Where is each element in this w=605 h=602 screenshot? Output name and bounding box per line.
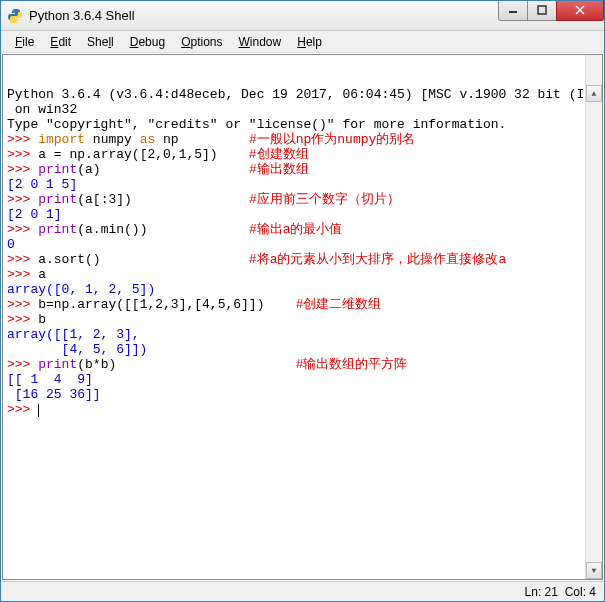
shell-line: array([[1, 2, 3], [7,327,598,342]
shell-line: >>> print(a.min()) #输出a的最小值 [7,222,598,237]
menu-edit[interactable]: Edit [42,33,79,51]
maximize-button[interactable] [527,1,557,21]
menu-window[interactable]: Window [231,33,290,51]
window-controls [499,1,604,21]
shell-line: >>> [7,402,598,417]
menu-debug[interactable]: Debug [122,33,173,51]
menu-help[interactable]: Help [289,33,330,51]
svg-rect-1 [538,6,546,14]
shell-line: >>> b=np.array([[1,2,3],[4,5,6]]) #创建二维数… [7,297,598,312]
scroll-down-button[interactable]: ▼ [586,562,602,579]
status-col: Col: 4 [565,585,596,599]
shell-line: >>> print(a) #输出数组 [7,162,598,177]
shell-line: >>> a.sort() #将a的元素从小到大排序，此操作直接修改a [7,252,598,267]
shell-line: [[ 1 4 9] [7,372,598,387]
shell-line: 0 [7,237,598,252]
menu-file[interactable]: File [7,33,42,51]
shell-line: [4, 5, 6]]) [7,342,598,357]
statusbar: Ln: 21 Col: 4 [1,581,604,601]
shell-line: >>> import numpy as np #一般以np作为numpy的别名 [7,132,598,147]
shell-line: Python 3.6.4 (v3.6.4:d48eceb, Dec 19 201… [7,87,598,102]
titlebar[interactable]: Python 3.6.4 Shell [1,1,604,31]
shell-line: >>> a [7,267,598,282]
python-icon [7,8,23,24]
shell-line: [2 0 1 5] [7,177,598,192]
menu-options[interactable]: Options [173,33,230,51]
shell-line: >>> a = np.array([2,0,1,5]) #创建数组 [7,147,598,162]
scrollbar[interactable]: ▲ ▼ [585,55,602,579]
shell-line: on win32 [7,102,598,117]
close-button[interactable] [556,1,604,21]
shell-line: Type "copyright", "credits" or "license(… [7,117,598,132]
shell-content[interactable]: Python 3.6.4 (v3.6.4:d48eceb, Dec 19 201… [2,54,603,580]
menu-shell[interactable]: Shell [79,33,122,51]
shell-line: >>> print(a[:3]) #应用前三个数字（切片） [7,192,598,207]
scroll-up-button[interactable]: ▲ [586,85,602,102]
shell-line: [16 25 36]] [7,387,598,402]
text-cursor [38,404,39,417]
window-title: Python 3.6.4 Shell [29,8,499,23]
menubar: File Edit Shell Debug Options Window Hel… [1,31,604,53]
shell-line: array([0, 1, 2, 5]) [7,282,598,297]
shell-line: [2 0 1] [7,207,598,222]
shell-line: >>> print(b*b) #输出数组的平方阵 [7,357,598,372]
minimize-button[interactable] [498,1,528,21]
shell-line: >>> b [7,312,598,327]
app-window: Python 3.6.4 Shell File Edit Shell Debug… [0,0,605,602]
status-line: Ln: 21 [525,585,558,599]
